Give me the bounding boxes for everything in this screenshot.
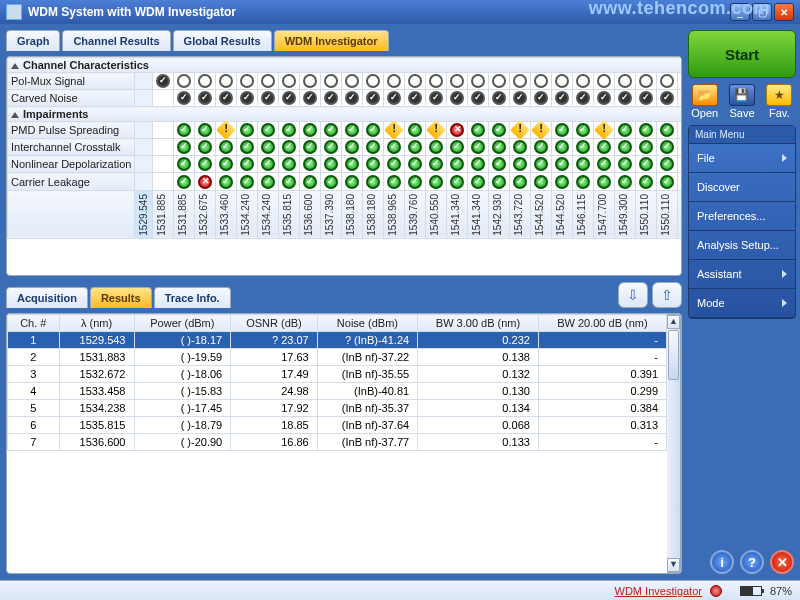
scroll-right-icon[interactable]: ► <box>666 276 680 277</box>
check-icon <box>282 157 296 171</box>
check-icon <box>450 157 464 171</box>
channel-header[interactable]: 1541.340 <box>447 190 468 239</box>
tab-channel-results[interactable]: Channel Results <box>62 30 170 51</box>
vscroll-thumb[interactable] <box>668 330 679 380</box>
menu-item-assistant[interactable]: Assistant <box>689 260 795 289</box>
channel-header[interactable]: 1531.885 <box>174 190 195 239</box>
status-link[interactable]: WDM Investigator <box>615 585 702 597</box>
results-table[interactable]: Ch. #λ (nm)Power (dBm)OSNR (dB)Noise (dB… <box>7 314 667 451</box>
channel-header[interactable]: 1531.885 <box>153 190 174 239</box>
channel-header[interactable]: 1534.240 <box>258 190 279 239</box>
scroll-left-icon[interactable]: ◄ <box>8 276 22 277</box>
section-impairments[interactable]: Impairments <box>8 107 682 122</box>
results-col-header[interactable]: Ch. # <box>8 315 60 332</box>
menu-item-file[interactable]: File <box>689 144 795 173</box>
channel-header[interactable]: 1540.550 <box>426 190 447 239</box>
results-cell: ( )-18.06 <box>134 366 231 383</box>
check-icon <box>387 140 401 154</box>
check-icon <box>576 123 590 137</box>
results-row[interactable]: 71536.600( )-20.9016.86(InB nf)-37.770.1… <box>8 434 667 451</box>
help-button[interactable]: ? <box>740 550 764 574</box>
checkmark-icon <box>156 74 170 88</box>
start-button[interactable]: Start <box>688 30 796 78</box>
menu-item-analysis-setup[interactable]: Analysis Setup... <box>689 231 795 260</box>
results-cell: 0.130 <box>418 383 539 400</box>
info-button[interactable]: i <box>710 550 734 574</box>
channel-header[interactable]: 1532.675 <box>195 190 216 239</box>
circle-icon <box>324 74 338 88</box>
channel-header[interactable]: 1541.340 <box>468 190 489 239</box>
sidebar: Start 📂 Open 💾 Save ★ Fav. Main Menu Fil… <box>688 24 800 580</box>
channel-header[interactable]: 1538.180 <box>363 190 384 239</box>
section-channel-characteristics[interactable]: Channel Characteristics <box>8 58 682 73</box>
channel-header[interactable]: 1533.460 <box>216 190 237 239</box>
channel-header[interactable]: 1550.110 <box>636 190 657 239</box>
tab-acquisition[interactable]: Acquisition <box>6 287 88 308</box>
menu-item-preferences[interactable]: Preferences... <box>689 202 795 231</box>
channel-header[interactable]: 1544.520 <box>552 190 573 239</box>
menu-item-mode[interactable]: Mode <box>689 289 795 318</box>
favorites-button[interactable]: ★ Fav. <box>763 84 796 119</box>
check-icon <box>261 175 275 189</box>
exit-button[interactable]: ✕ <box>770 550 794 574</box>
channel-header[interactable]: 1543.720 <box>510 190 531 239</box>
window-minimize-button[interactable]: _ <box>730 3 750 21</box>
results-row[interactable]: 21531.883( )-19.5917.63(InB nf)-37.220.1… <box>8 349 667 366</box>
scroll-up-icon[interactable]: ▲ <box>667 315 680 329</box>
channel-header[interactable]: 1537.390 <box>321 190 342 239</box>
channel-header[interactable]: 1544.520 <box>531 190 552 239</box>
expand-up-button[interactable]: ⇧ <box>652 282 682 308</box>
results-col-header[interactable]: Power (dBm) <box>134 315 231 332</box>
channel-header[interactable]: 1542.930 <box>489 190 510 239</box>
results-cell: ( )-18.79 <box>134 417 231 434</box>
tab-graph[interactable]: Graph <box>6 30 60 51</box>
channel-header[interactable]: 1529.545 <box>135 190 153 239</box>
investigator-hscrollbar[interactable]: ◄ ► <box>7 275 681 276</box>
results-col-header[interactable]: OSNR (dB) <box>231 315 318 332</box>
channel-header[interactable]: 1547.700 <box>594 190 615 239</box>
check-icon <box>282 123 296 137</box>
tab-results[interactable]: Results <box>90 287 152 308</box>
results-cell: 0.134 <box>418 400 539 417</box>
results-row[interactable]: 51534.238( )-17.4517.92(InB nf)-35.370.1… <box>8 400 667 417</box>
channel-header[interactable]: 1546.115 <box>573 190 594 239</box>
channel-header[interactable]: 1538.180 <box>342 190 363 239</box>
check-icon <box>240 157 254 171</box>
channel-header[interactable]: 1536.600 <box>300 190 321 239</box>
results-col-header[interactable]: λ (nm) <box>59 315 134 332</box>
collapse-down-button[interactable]: ⇩ <box>618 282 648 308</box>
tab-wdm-investigator[interactable]: WDM Investigator <box>274 30 389 51</box>
window-maximize-button[interactable]: ▢ <box>752 3 772 21</box>
check-icon <box>618 140 632 154</box>
menu-item-discover[interactable]: Discover <box>689 173 795 202</box>
tab-trace-info[interactable]: Trace Info. <box>154 287 231 308</box>
submenu-arrow-icon <box>782 299 787 307</box>
results-vscrollbar[interactable]: ▲ ▼ <box>667 314 681 573</box>
open-button[interactable]: 📂 Open <box>688 84 721 119</box>
channel-header[interactable]: 1534.240 <box>237 190 258 239</box>
scroll-down-icon[interactable]: ▼ <box>667 558 680 572</box>
check-icon <box>303 123 317 137</box>
channel-header[interactable]: 1550.110 <box>657 190 678 239</box>
channel-header[interactable]: 1539.760 <box>405 190 426 239</box>
checkmark-icon <box>324 91 338 105</box>
save-button[interactable]: 💾 Save <box>725 84 758 119</box>
results-col-header[interactable]: Noise (dBm) <box>317 315 417 332</box>
results-col-header[interactable]: BW 3.00 dB (nm) <box>418 315 539 332</box>
check-icon <box>198 140 212 154</box>
channel-header[interactable]: 1551.705 <box>678 190 681 239</box>
check-icon <box>366 175 380 189</box>
inv-row: Interchannel Crosstalk <box>8 139 682 156</box>
results-cell: 16.86 <box>231 434 318 451</box>
results-row[interactable]: 31532.672( )-18.0617.49(InB nf)-35.550.1… <box>8 366 667 383</box>
check-icon <box>471 123 485 137</box>
results-col-header[interactable]: BW 20.00 dB (nm) <box>538 315 666 332</box>
results-row[interactable]: 61535.815( )-18.7918.85(InB nf)-37.640.0… <box>8 417 667 434</box>
channel-header[interactable]: 1538.965 <box>384 190 405 239</box>
tab-global-results[interactable]: Global Results <box>173 30 272 51</box>
channel-header[interactable]: 1549.300 <box>615 190 636 239</box>
channel-header[interactable]: 1535.815 <box>279 190 300 239</box>
results-row[interactable]: 11529.543( )-18.17? 23.07? (InB)-41.240.… <box>8 332 667 349</box>
results-row[interactable]: 41533.458( )-15.8324.98(InB)-40.810.1300… <box>8 383 667 400</box>
window-close-button[interactable]: ✕ <box>774 3 794 21</box>
